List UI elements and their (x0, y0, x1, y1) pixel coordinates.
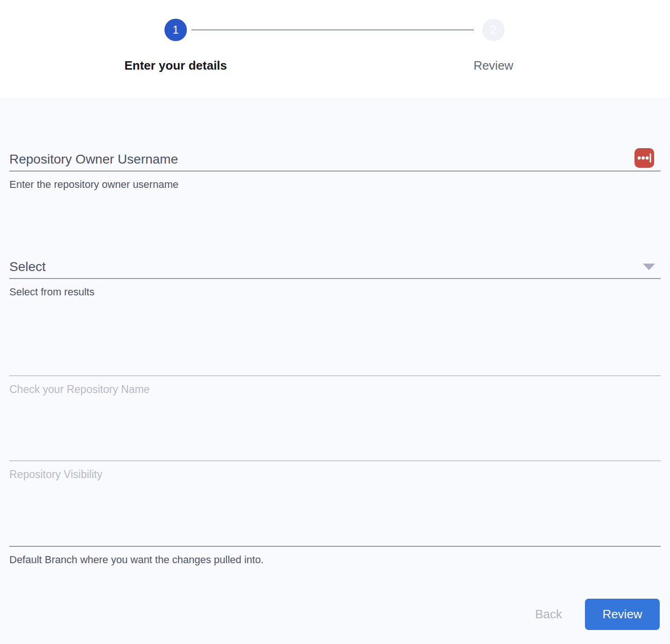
form-area: Enter the repository owner username Sele… (0, 98, 670, 644)
repository-name-input (9, 357, 661, 372)
form-actions: Back Review (535, 599, 660, 630)
repository-name-control (9, 350, 661, 376)
wizard-page: 1 2 Enter your details Review (0, 0, 670, 644)
step-2-number: 2 (490, 23, 496, 36)
repository-owner-username-control (9, 145, 661, 172)
repository-owner-username-input[interactable] (9, 152, 661, 167)
select-results-value: Select (9, 259, 661, 274)
field-helper-text: Default Branch where you want the change… (9, 553, 661, 566)
step-1-indicator[interactable]: 1 (164, 19, 187, 41)
default-branch-input[interactable] (9, 527, 661, 542)
review-button[interactable]: Review (585, 599, 660, 630)
stepper: 1 2 Enter your details Review (0, 0, 670, 98)
field-repository-name: Check your Repository Name (9, 350, 661, 396)
repository-visibility-input (9, 442, 661, 457)
step-2-indicator[interactable]: 2 (482, 19, 505, 41)
field-helper-text: Check your Repository Name (9, 383, 661, 396)
field-helper-text: Repository Visibility (9, 468, 661, 481)
field-select-results: Select Select from results (9, 253, 661, 299)
back-button[interactable]: Back (535, 607, 562, 622)
field-repository-visibility: Repository Visibility (9, 435, 661, 481)
step-1-label: Enter your details (101, 58, 250, 73)
field-default-branch: Default Branch where you want the change… (9, 521, 661, 566)
chevron-down-icon (643, 264, 655, 270)
step-1-number: 1 (172, 23, 178, 36)
step-2-label: Review (419, 58, 568, 73)
repository-visibility-control (9, 435, 661, 461)
field-helper-text: Enter the repository owner username (9, 178, 661, 191)
field-helper-text: Select from results (9, 286, 661, 299)
field-repository-owner-username: Enter the repository owner username (9, 145, 661, 191)
select-results-dropdown[interactable]: Select (9, 253, 661, 279)
stepper-connector-line (192, 29, 474, 30)
password-manager-autofill-icon[interactable] (634, 148, 654, 168)
default-branch-control (9, 521, 661, 547)
